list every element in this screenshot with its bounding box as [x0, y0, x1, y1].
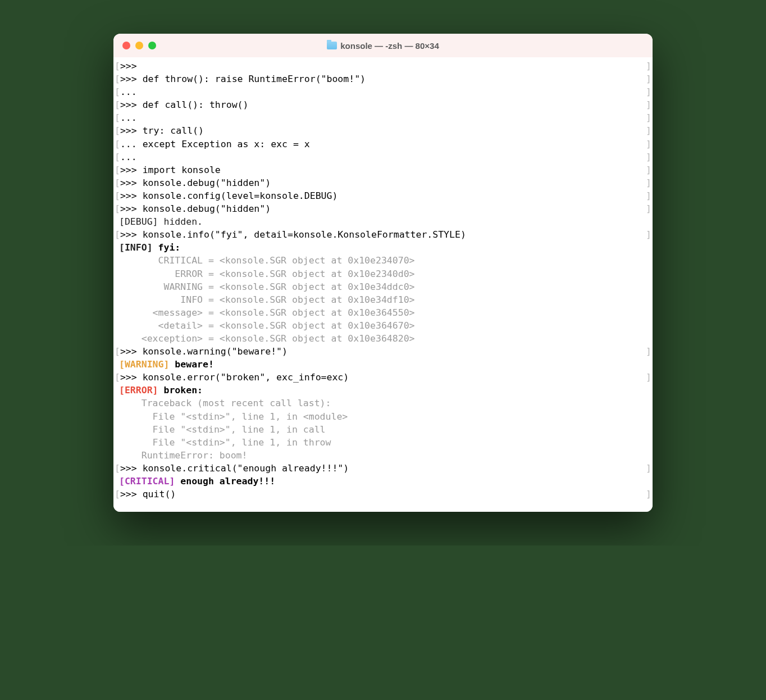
log-warning: [WARNING] beware!	[113, 358, 653, 371]
prompt: >>>	[120, 60, 137, 72]
traceback-row: Traceback (most recent call last):	[113, 397, 653, 410]
critical-message: enough already!!!	[175, 475, 275, 488]
minimize-button[interactable]	[135, 42, 143, 49]
style-row: WARNING = <konsole.SGR object at 0x10e34…	[113, 280, 653, 293]
style-detail: CRITICAL = <konsole.SGR object at 0x10e2…	[119, 254, 415, 267]
style-detail: <message> = <konsole.SGR object at 0x10e…	[119, 306, 415, 319]
warning-tag: [WARNING]	[119, 358, 169, 371]
terminal-line: [...]	[113, 111, 653, 124]
traceback-row: File "<stdin>", line 1, in throw	[113, 436, 653, 449]
terminal-line: [>>> try: call()]	[113, 124, 653, 137]
traffic-lights	[122, 42, 156, 49]
terminal-line: [>>> konsole.debug("hidden")]	[113, 202, 653, 215]
style-row: <exception> = <konsole.SGR object at 0x1…	[113, 332, 653, 345]
terminal-line: [>>> konsole.info("fyi", detail=konsole.…	[113, 228, 653, 241]
terminal-line: [>>> def call(): throw()]	[113, 98, 653, 111]
code-text: konsole.critical("enough already!!!")	[137, 462, 349, 475]
traceback-text: Traceback (most recent call last):	[119, 397, 331, 410]
titlebar: konsole — -zsh — 80×34	[113, 34, 653, 57]
terminal-line: [>>> konsole.critical("enough already!!!…	[113, 462, 653, 475]
window-title: konsole — -zsh — 80×34	[340, 41, 439, 51]
folder-icon	[327, 42, 337, 49]
code-text: try: call()	[137, 124, 204, 137]
fullscreen-button[interactable]	[148, 42, 156, 49]
terminal-line: [>>> def throw(): raise RuntimeError("bo…	[113, 72, 653, 85]
style-detail: <detail> = <konsole.SGR object at 0x10e3…	[119, 319, 415, 332]
error-tag: [ERROR]	[119, 384, 158, 397]
bracket-left: [	[115, 60, 120, 72]
terminal-line: [... except Exception as x: exc = x]	[113, 138, 653, 151]
terminal-line: [>>>]	[113, 60, 653, 72]
terminal-line: [...]	[113, 151, 653, 163]
style-detail: WARNING = <konsole.SGR object at 0x10e34…	[119, 280, 415, 293]
code-text: def throw(): raise RuntimeError("boom!")	[137, 72, 366, 85]
code-text: quit()	[137, 488, 176, 501]
style-row: CRITICAL = <konsole.SGR object at 0x10e2…	[113, 254, 653, 267]
code-text: konsole.info("fyi", detail=konsole.Konso…	[137, 228, 466, 241]
style-detail: ERROR = <konsole.SGR object at 0x10e2340…	[119, 267, 415, 280]
traceback-text: File "<stdin>", line 1, in <module>	[119, 410, 348, 423]
error-message: broken:	[158, 384, 203, 397]
terminal-line: [>>> konsole.debug("hidden")]	[113, 176, 653, 189]
code-text: konsole.warning("beware!")	[137, 345, 288, 358]
title-center: konsole — -zsh — 80×34	[113, 41, 653, 51]
traceback-text: File "<stdin>", line 1, in throw	[119, 436, 331, 449]
code-text: konsole.debug("hidden")	[137, 202, 271, 215]
style-row: ERROR = <konsole.SGR object at 0x10e2340…	[113, 267, 653, 280]
traceback-row: File "<stdin>", line 1, in <module>	[113, 410, 653, 423]
terminal-window: konsole — -zsh — 80×34 [>>>] [>>> def th…	[113, 34, 653, 512]
critical-tag: [CRITICAL]	[119, 475, 175, 488]
terminal-line: [>>> konsole.error("broken", exc_info=ex…	[113, 371, 653, 384]
info-message: fyi:	[153, 241, 181, 254]
log-error: [ERROR] broken:	[113, 384, 653, 397]
close-button[interactable]	[122, 42, 130, 49]
style-detail: INFO = <konsole.SGR object at 0x10e34df1…	[119, 293, 415, 306]
style-row: <detail> = <konsole.SGR object at 0x10e3…	[113, 319, 653, 332]
code-text: konsole.debug("hidden")	[137, 176, 271, 189]
code-text: except Exception as x: exc = x	[137, 138, 310, 151]
terminal-line: [...]	[113, 85, 653, 98]
log-critical: [CRITICAL] enough already!!!	[113, 475, 653, 488]
code-text: import konsole	[137, 163, 221, 176]
code-text: konsole.error("broken", exc_info=exc)	[137, 371, 349, 384]
traceback-text: RuntimeError: boom!	[119, 449, 247, 462]
code-text: konsole.config(level=konsole.DEBUG)	[137, 189, 338, 202]
bracket-right: ]	[646, 60, 651, 72]
terminal-line: [>>> konsole.warning("beware!")]	[113, 345, 653, 358]
warning-message: beware!	[169, 358, 213, 371]
style-detail: <exception> = <konsole.SGR object at 0x1…	[119, 332, 415, 345]
log-info: [INFO] fyi:	[113, 241, 653, 254]
log-debug: [DEBUG] hidden.	[113, 215, 653, 228]
traceback-row: RuntimeError: boom!	[113, 449, 653, 462]
terminal-line: [>>> quit()]	[113, 488, 653, 501]
traceback-row: File "<stdin>", line 1, in call	[113, 423, 653, 436]
terminal-line: [>>> import konsole]	[113, 163, 653, 176]
style-row: <message> = <konsole.SGR object at 0x10e…	[113, 306, 653, 319]
traceback-text: File "<stdin>", line 1, in call	[119, 423, 326, 436]
style-row: INFO = <konsole.SGR object at 0x10e34df1…	[113, 293, 653, 306]
terminal-body[interactable]: [>>>] [>>> def throw(): raise RuntimeErr…	[113, 57, 653, 512]
debug-text: [DEBUG] hidden.	[119, 215, 203, 228]
info-tag: [INFO]	[119, 241, 153, 254]
code-text: def call(): throw()	[137, 98, 249, 111]
terminal-line: [>>> konsole.config(level=konsole.DEBUG)…	[113, 189, 653, 202]
